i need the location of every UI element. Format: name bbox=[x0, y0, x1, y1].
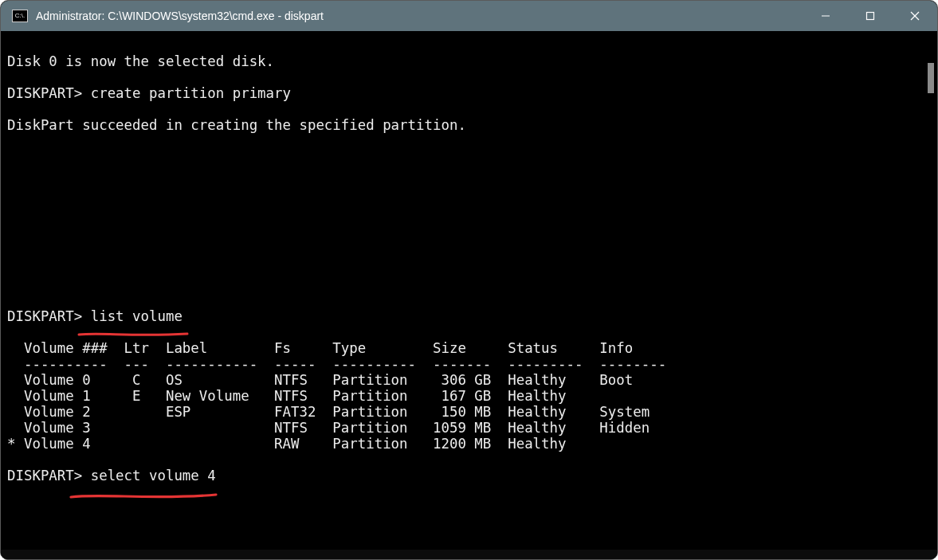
table-header: Volume ### Ltr Label Fs Type Size Status… bbox=[7, 340, 633, 356]
table-separator: ---------- --- ----------- ----- -------… bbox=[7, 356, 666, 372]
terminal-output: Disk 0 is now the selected disk. DISKPAR… bbox=[7, 53, 937, 484]
table-row: Volume 1 E New Volume NTFS Partition 167… bbox=[7, 388, 567, 404]
svg-rect-1 bbox=[867, 13, 874, 20]
scrollbar-thumb[interactable] bbox=[928, 63, 934, 93]
cmd-icon: C:\. bbox=[12, 10, 28, 22]
table-row: * Volume 4 RAW Partition 1200 MB Healthy bbox=[7, 436, 567, 452]
prompt-line: DISKPART> select volume 4 bbox=[7, 468, 216, 484]
minimize-icon bbox=[821, 11, 830, 21]
terminal-viewport[interactable]: Disk 0 is now the selected disk. DISKPAR… bbox=[1, 31, 937, 559]
table-row: Volume 3 NTFS Partition 1059 MB Healthy … bbox=[7, 420, 650, 436]
table-row: Volume 2 ESP FAT32 Partition 150 MB Heal… bbox=[7, 404, 650, 420]
table-row: Volume 0 C OS NTFS Partition 306 GB Heal… bbox=[7, 372, 633, 388]
annotation-underline bbox=[68, 491, 219, 503]
bottom-border bbox=[1, 550, 937, 559]
close-button[interactable] bbox=[893, 1, 937, 31]
minimize-button[interactable] bbox=[803, 1, 848, 31]
scrollbar[interactable] bbox=[926, 36, 936, 530]
window-title: Administrator: C:\WINDOWS\system32\cmd.e… bbox=[36, 10, 324, 22]
output-line: Disk 0 is now the selected disk. bbox=[7, 53, 274, 69]
close-icon bbox=[910, 11, 920, 21]
maximize-icon bbox=[865, 11, 875, 21]
prompt-line: DISKPART> list volume bbox=[7, 308, 182, 324]
output-line: DiskPart succeeded in creating the speci… bbox=[7, 117, 466, 133]
maximize-button[interactable] bbox=[848, 1, 893, 31]
titlebar[interactable]: C:\. Administrator: C:\WINDOWS\system32\… bbox=[1, 1, 937, 31]
cmd-window: C:\. Administrator: C:\WINDOWS\system32\… bbox=[0, 0, 938, 560]
prompt-line: DISKPART> create partition primary bbox=[7, 85, 291, 101]
